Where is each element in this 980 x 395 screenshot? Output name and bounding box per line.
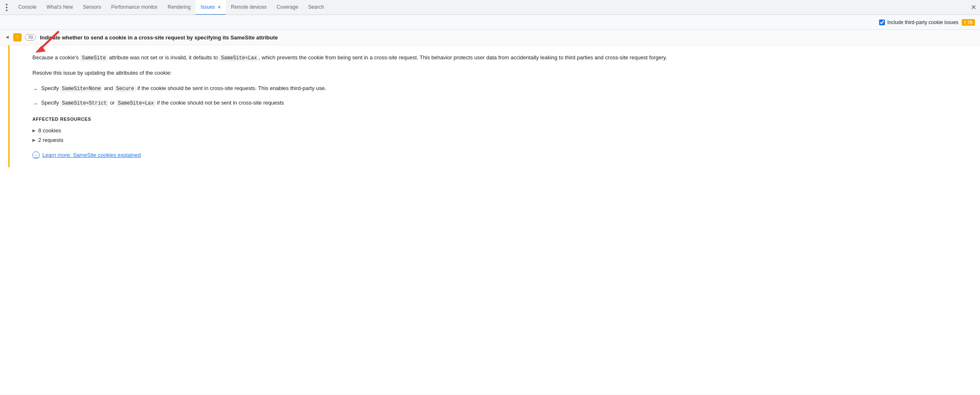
tab-issues[interactable]: Issues × xyxy=(196,0,226,15)
code-samesite-strict: SameSite=Strict xyxy=(60,100,108,107)
bullet-1-text: Specify SameSite=None and Secure if the … xyxy=(41,84,326,93)
tab-search[interactable]: Search xyxy=(303,0,329,15)
affected-resources-section: AFFECTED RESOURCES ▶ 8 cookies ▶ 2 reque… xyxy=(32,117,968,145)
tab-bar-right: ✕ xyxy=(968,2,978,12)
learn-more-circle-arrow-icon: → xyxy=(32,151,40,159)
expand-arrow-icon: ▼ xyxy=(5,35,10,40)
issue-title: Indicate whether to send a cookie in a c… xyxy=(40,34,278,41)
tab-sensors[interactable]: Sensors xyxy=(78,0,106,15)
include-third-party-checkbox[interactable] xyxy=(879,20,885,25)
tab-remote-devices-label: Remote devices xyxy=(231,4,267,10)
code-samesite-lax: SameSite=Lax xyxy=(116,100,155,107)
badge-exclamation-icon: ! xyxy=(964,20,966,25)
badge-number: 70 xyxy=(968,20,973,25)
tab-sensors-label: Sensors xyxy=(83,4,101,10)
learn-more-link[interactable]: → Learn more: SameSite cookies explained xyxy=(32,151,141,159)
tab-console[interactable]: Console xyxy=(13,0,42,15)
bullet-arrow-1-icon: → xyxy=(32,85,38,94)
code-secure: Secure xyxy=(115,85,136,92)
issue-row[interactable]: ▼ ! 70 Indicate whether to send a cookie… xyxy=(0,30,980,45)
tab-whats-new[interactable]: What's New xyxy=(42,0,78,15)
close-panel-button[interactable]: ✕ xyxy=(968,2,978,12)
detail-paragraph-1: Because a cookie's SameSite attribute wa… xyxy=(32,54,968,62)
include-third-party-label: Include third-party cookie issues xyxy=(887,20,958,25)
main-content: ▼ ! 70 Indicate whether to send a cookie… xyxy=(0,30,980,395)
tab-issues-close-icon[interactable]: × xyxy=(218,4,221,10)
tab-issues-label: Issues xyxy=(201,4,215,10)
resource-requests-label: 2 requests xyxy=(38,137,64,143)
bullet-1: → Specify SameSite=None and Secure if th… xyxy=(32,84,968,94)
code-samesite: SameSite xyxy=(80,55,108,61)
resource-cookies-label: 8 cookies xyxy=(38,127,61,134)
tab-remote-devices[interactable]: Remote devices xyxy=(226,0,272,15)
resource-requests[interactable]: ▶ 2 requests xyxy=(32,135,968,145)
include-third-party-area: Include third-party cookie issues xyxy=(879,20,958,25)
issue-warning-icon: ! xyxy=(13,33,22,41)
resource-cookies-expand-icon: ▶ xyxy=(32,128,36,133)
code-samesite-none: SameSite=None xyxy=(60,85,103,92)
tab-rendering-label: Rendering xyxy=(168,4,191,10)
tab-coverage[interactable]: Coverage xyxy=(272,0,303,15)
tab-performance-monitor-label: Performance monitor xyxy=(111,4,158,10)
bullet-2: → Specify SameSite=Strict or SameSite=La… xyxy=(32,99,968,108)
tab-coverage-label: Coverage xyxy=(277,4,298,10)
resource-cookies[interactable]: ▶ 8 cookies xyxy=(32,126,968,135)
tab-search-label: Search xyxy=(308,4,324,10)
tab-console-label: Console xyxy=(18,4,37,10)
bullet-2-text: Specify SameSite=Strict or SameSite=Lax … xyxy=(41,99,284,107)
tab-whats-new-label: What's New xyxy=(47,4,73,10)
learn-more-text: Learn more: SameSite cookies explained xyxy=(42,152,141,158)
affected-resources-title: AFFECTED RESOURCES xyxy=(32,117,968,122)
tab-bar: Console What's New Sensors Performance m… xyxy=(0,0,980,15)
issue-detail-panel: Because a cookie's SameSite attribute wa… xyxy=(8,45,980,167)
bullet-arrow-2-icon: → xyxy=(32,100,38,108)
issue-count-badge: ! 70 xyxy=(962,19,975,26)
code-samesite-lax-default: SameSite=Lax xyxy=(219,55,258,61)
detail-paragraph-2: Resolve this issue by updating the attri… xyxy=(32,69,968,78)
more-tabs-button[interactable] xyxy=(2,2,12,12)
tab-rendering[interactable]: Rendering xyxy=(163,0,196,15)
toolbar: Include third-party cookie issues ! 70 xyxy=(0,15,980,30)
tab-performance-monitor[interactable]: Performance monitor xyxy=(106,0,163,15)
issue-count: 70 xyxy=(25,34,36,41)
resource-requests-expand-icon: ▶ xyxy=(32,138,36,142)
